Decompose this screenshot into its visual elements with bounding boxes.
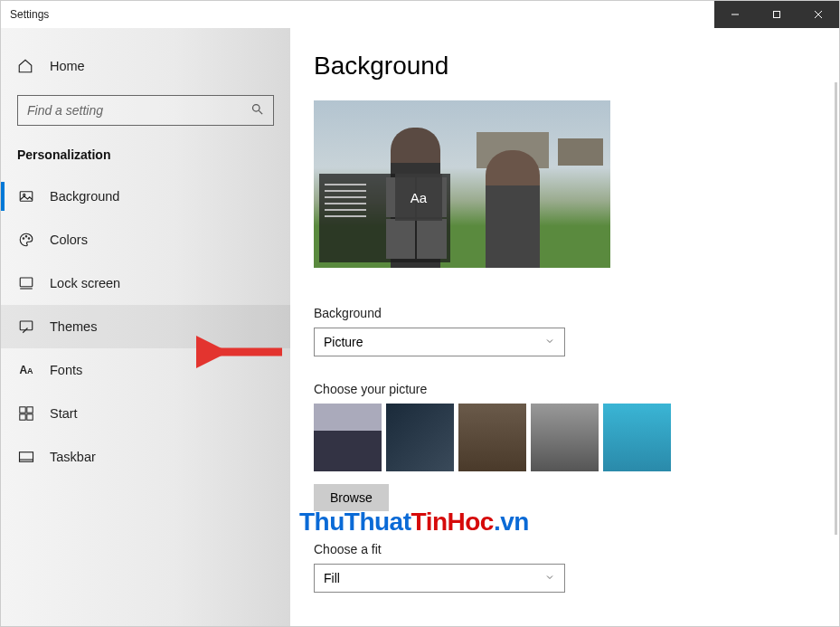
start-icon	[17, 406, 35, 421]
picture-thumbnails	[314, 404, 839, 471]
lockscreen-icon	[17, 275, 35, 291]
svg-point-4	[253, 104, 260, 111]
scrollbar[interactable]	[835, 82, 837, 535]
window-title: Settings	[1, 8, 49, 21]
svg-point-8	[23, 238, 24, 240]
choose-fit-label: Choose a fit	[314, 542, 839, 556]
choose-picture-label: Choose your picture	[314, 382, 839, 396]
background-type-select[interactable]: Picture	[314, 328, 565, 356]
search-box[interactable]	[17, 95, 274, 126]
svg-line-5	[259, 110, 262, 114]
sidebar-item-label: Start	[50, 406, 78, 421]
sidebar-item-colors[interactable]: Colors	[1, 218, 290, 261]
picture-thumb-4[interactable]	[531, 404, 599, 471]
home-icon	[17, 58, 35, 74]
sidebar-item-taskbar[interactable]: Taskbar	[1, 435, 290, 479]
font-icon: AA	[17, 364, 35, 376]
svg-rect-14	[20, 407, 25, 413]
preview-sample-text: Aa	[395, 174, 442, 221]
close-button[interactable]	[798, 1, 839, 28]
desktop-preview: Aa	[314, 100, 610, 268]
svg-rect-1	[774, 12, 780, 18]
svg-rect-18	[20, 452, 33, 462]
sidebar-item-fonts[interactable]: AA Fonts	[1, 348, 290, 392]
svg-rect-15	[27, 407, 33, 413]
choose-fit-select[interactable]: Fill	[314, 564, 565, 593]
svg-point-10	[28, 238, 30, 240]
picture-thumb-3[interactable]	[458, 404, 526, 471]
home-link[interactable]: Home	[1, 48, 290, 84]
select-value: Fill	[324, 571, 340, 585]
section-heading: Personalization	[1, 142, 290, 175]
svg-rect-6	[20, 192, 33, 202]
sidebar: Home Personalization Background Colors L…	[1, 28, 290, 626]
sidebar-item-lockscreen[interactable]: Lock screen	[1, 261, 290, 305]
palette-icon	[17, 232, 35, 248]
taskbar-icon	[17, 451, 35, 463]
svg-point-9	[25, 236, 27, 238]
svg-rect-17	[27, 414, 33, 420]
sidebar-item-background[interactable]: Background	[1, 175, 290, 218]
select-value: Picture	[324, 335, 363, 349]
sidebar-item-label: Themes	[50, 319, 97, 334]
sidebar-item-label: Colors	[50, 233, 88, 247]
background-type-label: Background	[314, 306, 839, 320]
search-input[interactable]	[27, 103, 250, 118]
sidebar-item-label: Background	[50, 189, 119, 204]
picture-thumb-1[interactable]	[314, 404, 382, 471]
sidebar-item-label: Taskbar	[50, 450, 96, 464]
picture-thumb-5[interactable]	[603, 404, 671, 471]
sidebar-item-start[interactable]: Start	[1, 392, 290, 435]
picture-thumb-2[interactable]	[386, 404, 454, 471]
sidebar-item-label: Lock screen	[50, 276, 120, 290]
brush-icon	[17, 318, 35, 335]
home-label: Home	[50, 59, 85, 73]
sidebar-item-themes[interactable]: Themes	[1, 305, 290, 348]
browse-button[interactable]: Browse	[314, 484, 389, 511]
chevron-down-icon	[544, 335, 555, 349]
chevron-down-icon	[544, 571, 555, 585]
sidebar-item-label: Fonts	[50, 363, 82, 377]
titlebar: Settings	[1, 1, 839, 28]
main-content: Background Aa Background Picture Choose …	[290, 28, 839, 626]
minimize-button[interactable]	[714, 1, 756, 28]
image-icon	[17, 188, 35, 204]
svg-rect-16	[20, 414, 25, 420]
search-icon	[250, 102, 264, 119]
maximize-button[interactable]	[756, 1, 798, 28]
window-controls	[714, 1, 839, 28]
page-title: Background	[314, 52, 839, 81]
svg-rect-11	[20, 278, 33, 287]
